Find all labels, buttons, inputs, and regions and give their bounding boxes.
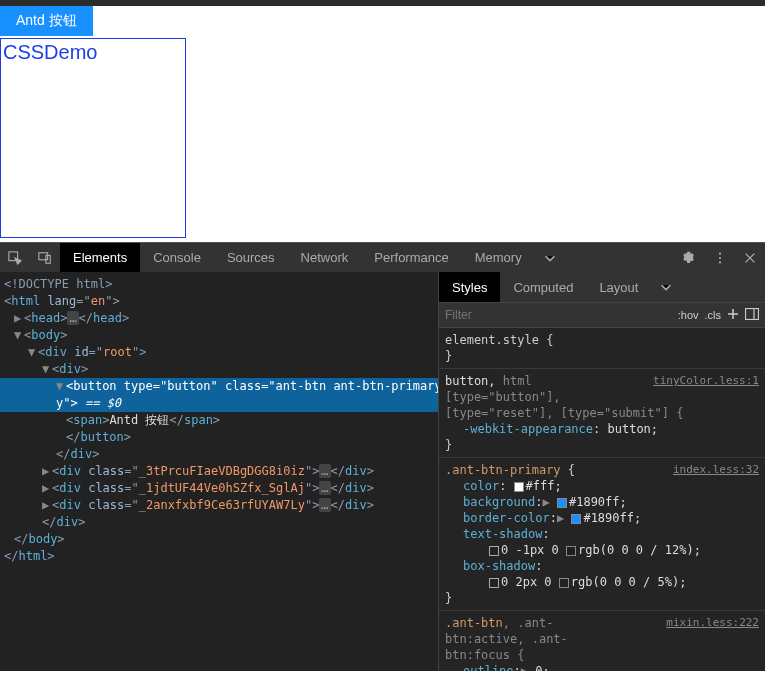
css-rule[interactable]: tinyColor.less:1 button, html [type="but… <box>439 369 765 458</box>
tab-layout[interactable]: Layout <box>586 272 651 302</box>
more-tabs-icon[interactable] <box>535 243 565 273</box>
dom-button-open-line2[interactable]: y"> == $0 <box>0 395 438 412</box>
toggle-sidebar-icon[interactable] <box>745 308 759 322</box>
dom-inner-div-close[interactable]: </div> <box>0 446 438 463</box>
color-swatch[interactable] <box>571 514 581 524</box>
cls-toggle[interactable]: .cls <box>705 309 722 321</box>
tab-network[interactable]: Network <box>288 243 362 273</box>
devtools-tabs: Elements Console Sources Network Perform… <box>0 242 765 272</box>
kebab-menu-icon[interactable] <box>705 243 735 273</box>
tab-performance[interactable]: Performance <box>361 243 461 273</box>
tab-sources[interactable]: Sources <box>214 243 288 273</box>
dom-button-open[interactable]: ⋯▼<button type="button" class="ant-btn a… <box>0 378 438 395</box>
device-toggle-icon[interactable] <box>30 243 60 273</box>
css-rule[interactable]: mixin.less:222 .ant-btn, .ant- btn:activ… <box>439 611 765 671</box>
settings-icon[interactable] <box>675 243 705 273</box>
cssdemo-text: CSSDemo <box>3 41 97 63</box>
dom-button-close[interactable]: </button> <box>0 429 438 446</box>
dom-inner-div[interactable]: ▼<div> <box>0 361 438 378</box>
tab-elements[interactable]: Elements <box>60 243 140 273</box>
inspect-icon[interactable] <box>0 243 30 273</box>
shadow-swatch[interactable] <box>489 578 499 588</box>
filter-row: :hov .cls <box>439 302 765 328</box>
new-rule-icon[interactable] <box>727 308 739 322</box>
dom-row[interactable]: ▶<div class="_1jdtUF44Ve0hSZfx_SglAj">…<… <box>0 480 438 497</box>
source-link[interactable]: index.less:32 <box>673 462 759 478</box>
tab-console[interactable]: Console <box>140 243 214 273</box>
svg-point-4 <box>719 256 721 258</box>
tab-memory[interactable]: Memory <box>462 243 535 273</box>
color-swatch[interactable] <box>559 578 569 588</box>
devtools: Elements Console Sources Network Perform… <box>0 242 765 671</box>
tab-styles[interactable]: Styles <box>439 272 500 302</box>
dom-root-div[interactable]: ▼<div id="root"> <box>0 344 438 361</box>
close-icon[interactable] <box>735 243 765 273</box>
styles-tabs: Styles Computed Layout <box>439 272 765 302</box>
shadow-swatch[interactable] <box>489 546 499 556</box>
tab-computed[interactable]: Computed <box>500 272 586 302</box>
source-link[interactable]: mixin.less:222 <box>666 615 759 631</box>
svg-point-3 <box>719 252 721 254</box>
antd-primary-button[interactable]: Antd 按钮 <box>0 6 93 36</box>
hov-toggle[interactable]: :hov <box>678 309 699 321</box>
dom-row[interactable]: ▶<div class="_3tPrcuFIaeVDBgDGG8i0iz">…<… <box>0 463 438 480</box>
dom-span[interactable]: <span>Antd 按钮</span> <box>0 412 438 429</box>
svg-point-5 <box>719 261 721 263</box>
more-subtabs-icon[interactable] <box>651 272 681 302</box>
selector-text: element.style { <box>445 332 759 348</box>
color-swatch[interactable] <box>557 498 567 508</box>
dom-row[interactable]: ▶<div class="_2anxfxbf9Ce63rfUYAW7Ly">…<… <box>0 497 438 514</box>
dom-body-open[interactable]: ▼<body> <box>0 327 438 344</box>
dom-html-open[interactable]: <html lang="en"> <box>0 293 438 310</box>
color-swatch[interactable] <box>514 482 524 492</box>
dom-doctype[interactable]: <!DOCTYPE html> <box>0 276 438 293</box>
styles-filter-input[interactable] <box>445 308 672 322</box>
cssdemo-box: CSSDemo <box>0 38 186 238</box>
dom-tree[interactable]: <!DOCTYPE html> <html lang="en"> ▶<head>… <box>0 272 438 671</box>
css-rule[interactable]: index.less:32 .ant-btn-primary { color: … <box>439 458 765 611</box>
element-style-block[interactable]: element.style { } <box>439 328 765 369</box>
dom-body-close[interactable]: </body> <box>0 531 438 548</box>
dom-html-close[interactable]: </html> <box>0 548 438 565</box>
svg-rect-6 <box>746 309 759 320</box>
color-swatch[interactable] <box>566 546 576 556</box>
rendered-page: Antd 按钮 CSSDemo <box>0 6 765 242</box>
dom-head[interactable]: ▶<head>…</head> <box>0 310 438 327</box>
styles-panel: Styles Computed Layout :hov .cls el <box>438 272 765 671</box>
dom-root-div-close[interactable]: </div> <box>0 514 438 531</box>
source-link[interactable]: tinyColor.less:1 <box>653 373 759 389</box>
